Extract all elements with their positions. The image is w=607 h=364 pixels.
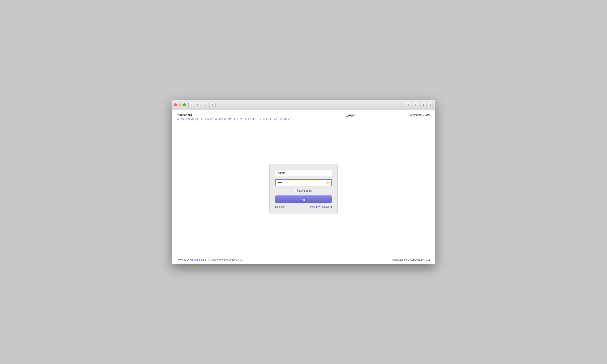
lang-zh-zh[interactable]: zh_ZH [284,117,291,120]
lang-pt[interactable]: pt [240,117,242,120]
lang-zh-tw[interactable]: zh_TW [274,117,282,120]
browser-window: ‹ › ⊞ ≡ ⬇ ⬆ ⧉ + itracker.org ca| de| en|… [172,100,435,264]
lang-es[interactable]: es [210,117,213,120]
maximize-button[interactable] [183,104,186,106]
powered-by-suffix: 3.3.5-SNAPSHOT, licensed under [198,258,236,261]
save-login-row: Save Login [275,189,332,192]
expand-button[interactable]: ⧉ [420,103,427,107]
lang-en[interactable]: en [186,117,189,120]
password-input[interactable] [275,179,332,186]
lang-ca[interactable]: ca [177,117,179,120]
lang-de[interactable]: de [181,117,184,120]
page-header: itracker.org ca| de| en| en_GB| en_US| e… [177,113,430,120]
traffic-lights [174,104,186,106]
share-button[interactable]: ⬆ [413,103,419,107]
login-container: 🔑› Save Login Login Register Forgot My P… [177,123,430,255]
site-info: itracker.org ca| de| en| en_GB| en_US| e… [177,113,291,120]
welcome-user: Guest [422,113,430,117]
nav-buttons: ‹ › [188,103,200,107]
login-box: 🔑› Save Login Login Register Forgot My P… [269,164,338,214]
welcome-text: Welcome Guest [410,113,430,117]
powered-by-prefix: Powered by [177,258,190,261]
minimize-button[interactable] [179,104,182,106]
save-login-checkbox[interactable] [295,189,298,192]
username-input[interactable] [275,169,332,176]
lang-en-gb[interactable]: en_GB [191,117,198,120]
register-link[interactable]: Register [275,205,285,208]
title-bar-right: ⬇ ⬆ ⧉ + [405,103,433,107]
forward-button[interactable]: › [195,103,200,107]
footer-right: Generated on: 10/15/2016 18:40:05 [392,258,430,261]
username-field [275,169,332,176]
password-toggle-button[interactable]: 🔑› [326,181,330,184]
form-links: Register Forgot My Password [275,205,332,208]
lgpl-link[interactable]: LGPL [236,258,242,261]
page-title: Login [291,113,410,117]
itracker-link[interactable]: itracker [190,258,198,261]
lang-fr[interactable]: fr [234,117,235,120]
close-button[interactable] [174,104,177,106]
lang-es-mx[interactable]: es_MX [224,117,231,120]
lang-en-us[interactable]: en_US [201,117,208,120]
page-footer: Powered by itracker 3.3.5-SNAPSHOT, lice… [177,255,430,261]
password-wrapper: 🔑› [275,179,332,186]
lang-es-es[interactable]: es_ES [215,117,222,120]
save-login-label: Save Login [299,189,312,192]
back-button[interactable]: ‹ [188,103,194,107]
footer-left: Powered by itracker 3.3.5-SNAPSHOT, lice… [177,258,242,261]
forgot-password-link[interactable]: Forgot My Password [308,205,332,208]
login-button[interactable]: Login [275,195,332,203]
page-content: itracker.org ca| de| en| en_GB| en_US| e… [172,110,435,264]
new-tab-button[interactable]: + [428,103,433,107]
lang-zh[interactable]: zh [270,117,272,120]
site-name: itracker.org [177,113,291,117]
key-icon: 🔑 [326,181,329,184]
action-button[interactable]: ≡ [209,103,216,107]
chevron-down-icon: › [330,181,330,184]
sidebar-button[interactable]: ⊞ [202,103,209,107]
lang-pt-pt[interactable]: pt_PT [253,117,260,120]
welcome-prefix: Welcome [410,113,422,117]
download-button[interactable]: ⬇ [405,103,411,107]
password-field: 🔑› [275,179,332,186]
title-bar: ‹ › ⊞ ≡ ⬇ ⬆ ⧉ + [172,100,435,110]
lang-pt-br[interactable]: pt_BR [244,117,251,120]
generated-on: Generated on: 10/15/2016 18:40:05 [392,258,430,261]
lang-ru[interactable]: ru [262,117,264,120]
lang-it[interactable]: it [237,117,238,120]
lang-tr[interactable]: tr [266,117,267,120]
language-links: ca| de| en| en_GB| en_US| es| es_ES| es_… [177,117,291,120]
